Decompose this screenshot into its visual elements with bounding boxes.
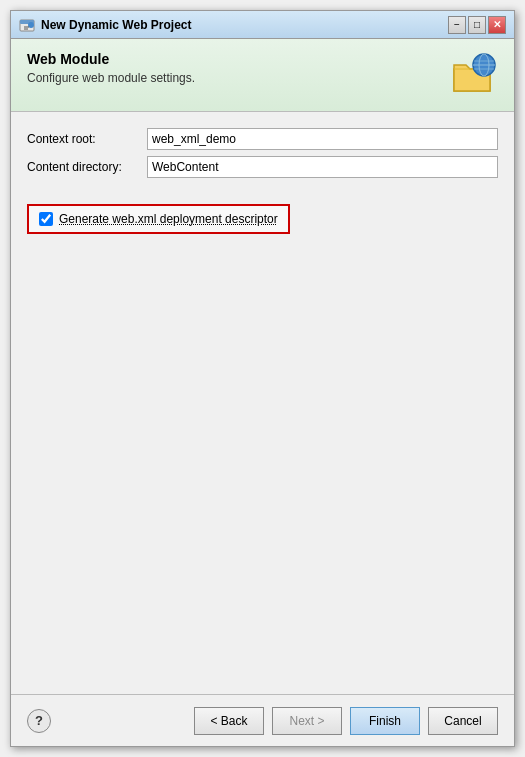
- header-text: Web Module Configure web module settings…: [27, 51, 438, 85]
- footer-buttons: < Back Next > Finish Cancel: [194, 707, 498, 735]
- cancel-button[interactable]: Cancel: [428, 707, 498, 735]
- web-module-icon: [450, 51, 498, 99]
- context-root-input[interactable]: [147, 128, 498, 150]
- content-area: Context root: Content directory: Generat…: [11, 112, 514, 694]
- header-title: Web Module: [27, 51, 438, 67]
- help-button[interactable]: ?: [27, 709, 51, 733]
- close-button[interactable]: ✕: [488, 16, 506, 34]
- context-root-label: Context root:: [27, 132, 147, 146]
- content-directory-input[interactable]: [147, 156, 498, 178]
- maximize-button[interactable]: □: [468, 16, 486, 34]
- title-bar: New Dynamic Web Project − □ ✕: [11, 11, 514, 39]
- header-subtitle: Configure web module settings.: [27, 71, 438, 85]
- back-button[interactable]: < Back: [194, 707, 264, 735]
- context-root-row: Context root:: [27, 128, 498, 150]
- finish-button[interactable]: Finish: [350, 707, 420, 735]
- generate-webxml-label: Generate web.xml deployment descriptor: [59, 212, 278, 226]
- next-button[interactable]: Next >: [272, 707, 342, 735]
- generate-webxml-checkbox[interactable]: [39, 212, 53, 226]
- dialog-window: New Dynamic Web Project − □ ✕ Web Module…: [10, 10, 515, 747]
- window-icon: [19, 17, 35, 33]
- window-title: New Dynamic Web Project: [41, 18, 448, 32]
- generate-webxml-checkbox-section: Generate web.xml deployment descriptor: [27, 204, 290, 234]
- content-directory-row: Content directory:: [27, 156, 498, 178]
- content-directory-label: Content directory:: [27, 160, 147, 174]
- header-section: Web Module Configure web module settings…: [11, 39, 514, 112]
- footer: ? < Back Next > Finish Cancel: [11, 694, 514, 746]
- window-controls: − □ ✕: [448, 16, 506, 34]
- minimize-button[interactable]: −: [448, 16, 466, 34]
